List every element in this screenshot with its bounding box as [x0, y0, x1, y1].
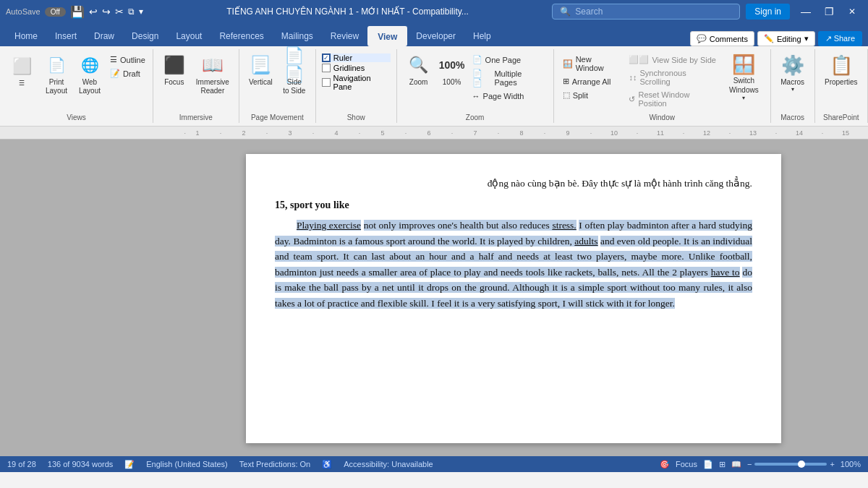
show-checkboxes: ✓ Ruler Gridlines Navigation Pane [322, 51, 391, 94]
accessibility[interactable]: Accessibility: Unavailable [344, 460, 433, 468]
search-box[interactable]: 🔍 Search [552, 4, 740, 20]
signin-button[interactable]: Sign in [746, 4, 790, 20]
focus-label[interactable]: Focus [676, 460, 697, 468]
tab-insert[interactable]: Insert [46, 26, 85, 46]
window-col1: 🪟 New Window ⊞ Arrange All ⬚ Split [560, 51, 624, 104]
multiple-pages-btn[interactable]: 📄📄 Multiple Pages [469, 67, 548, 89]
zoom-btn[interactable]: 🔍 Zoom [403, 51, 435, 89]
window-controls: — ❐ ✕ [796, 4, 862, 19]
customize-icon[interactable]: ▾ [139, 7, 143, 17]
chevron-down-macros: ▾ [791, 86, 794, 93]
redo-icon[interactable]: ↪ [102, 6, 111, 17]
zoom-bar [754, 463, 827, 466]
ribbon-group-immersive: ⬛ Focus 📖 Immersive Reader Immersive [153, 49, 239, 123]
view-mode-icon[interactable]: 📄 [703, 460, 713, 469]
minimize-button[interactable]: — [796, 4, 816, 19]
tab-developer[interactable]: Developer [407, 26, 464, 46]
switch-windows-btn[interactable]: 🪟 Switch Windows ▾ [723, 51, 765, 104]
zoom-minus[interactable]: − [747, 460, 752, 468]
tab-design[interactable]: Design [123, 26, 167, 46]
switch-windows-icon: 🪟 [732, 53, 755, 76]
split-btn[interactable]: ⬚ Split [560, 89, 624, 101]
autosave-label: AutoSave [6, 7, 41, 16]
zoom-100-icon: 100% [441, 53, 464, 77]
arrange-all-icon: ⊞ [563, 77, 569, 86]
autosave-toggle[interactable]: Off [45, 7, 66, 17]
draft-btn[interactable]: 📝 Draft [107, 67, 148, 80]
tab-mailings[interactable]: Mailings [273, 26, 322, 46]
tab-help[interactable]: Help [464, 26, 500, 46]
layout-icon[interactable]: ⊞ [719, 460, 726, 469]
tab-draw[interactable]: Draw [85, 26, 123, 46]
focus-btn[interactable]: ⬛ Focus [158, 51, 190, 89]
macros-btn[interactable]: ⚙️ Macros ▾ [776, 51, 809, 95]
zoom-percent[interactable]: 100% [841, 460, 861, 468]
outline-btn[interactable]: ☰ Outline [107, 53, 148, 66]
synchronous-scrolling-btn[interactable]: ↕↕ Synchronous Scrolling [626, 67, 720, 87]
web-layout-btn[interactable]: 🌐 Web Layout [74, 51, 106, 98]
zoom-plus[interactable]: + [830, 460, 834, 468]
share-icon: ↗ [825, 34, 832, 43]
focus-icon[interactable]: 🎯 [660, 460, 670, 469]
page-count: 19 of 28 [7, 460, 36, 468]
status-bar: 19 of 28 136 of 9034 words 📝 English (Un… [0, 456, 868, 472]
immersive-reader-btn[interactable]: 📖 Immersive Reader [192, 51, 234, 98]
arrange-all-btn[interactable]: ⊞ Arrange All [560, 75, 624, 87]
language[interactable]: English (United States) [146, 460, 228, 468]
undo-icon[interactable]: ↩ [89, 6, 98, 17]
tab-review[interactable]: Review [322, 26, 367, 46]
new-window-btn[interactable]: 🪟 New Window [560, 53, 624, 74]
cut-icon[interactable]: ✂ [115, 6, 124, 17]
print-layout-btn[interactable]: 📄 Print Layout [41, 51, 72, 98]
side-to-side-btn[interactable]: 📄📄 Side to Side [278, 51, 310, 98]
gridlines-checkbox[interactable]: Gridlines [322, 64, 391, 72]
restore-button[interactable]: ❐ [819, 4, 839, 19]
tab-layout[interactable]: Layout [167, 26, 210, 46]
spelling-icon[interactable]: 📝 [124, 460, 135, 469]
doc-intro-line: động nào cùng bạn bè. Đây thực sự là một… [275, 176, 752, 192]
show-label: Show [347, 112, 365, 121]
outline-icon: ☰ [110, 55, 117, 64]
editing-button[interactable]: ✏️ Editing ▾ [757, 31, 815, 46]
save-icon[interactable]: 💾 [70, 5, 85, 19]
vertical-btn[interactable]: 📃 Vertical [244, 51, 277, 89]
focus-icon: ⬛ [163, 53, 186, 77]
text-predictions[interactable]: Text Predictions: On [239, 460, 310, 468]
read-icon[interactable]: 📖 [731, 460, 741, 469]
chevron-down-icon: ▾ [804, 34, 809, 43]
hide-panel-btn[interactable]: ⬜ ☰ [6, 52, 38, 90]
ribbon-group-views: ⬜ ☰ 📄 Print Layout 🌐 Web Layout ☰ Outlin… [0, 49, 153, 123]
views-items: ⬜ ☰ 📄 Print Layout 🌐 Web Layout ☰ Outlin… [4, 51, 148, 112]
hidden-left-panel: ⬜ ☰ [4, 51, 39, 91]
macros-label: Macros [780, 112, 804, 121]
reset-window-position-btn[interactable]: ↺ Reset Window Position [626, 89, 720, 109]
word-count: 136 of 9034 words [48, 460, 114, 468]
ribbon-group-show: ✓ Ruler Gridlines Navigation Pane Show [316, 49, 397, 123]
view-side-by-side-icon: ⬜⬜ [629, 55, 649, 64]
window-label: Window [649, 112, 675, 121]
immersive-label: Immersive [179, 112, 213, 121]
ruler-checkbox[interactable]: ✓ Ruler [322, 53, 391, 62]
ribbon-group-window: 🪟 New Window ⊞ Arrange All ⬚ Split ⬜⬜ Vi… [554, 49, 771, 123]
document-page[interactable]: động nào cùng bạn bè. Đây thực sự là một… [246, 154, 781, 443]
comments-button[interactable]: 💬 Comments [690, 31, 754, 46]
macros-items: ⚙️ Macros ▾ [776, 51, 809, 112]
zoom-slider[interactable]: − + [747, 460, 835, 468]
copy-icon[interactable]: ⧉ [128, 7, 135, 17]
tab-references[interactable]: References [210, 26, 272, 46]
para-text-1: not only improves one's health but also … [364, 220, 553, 231]
nav-pane-checkbox[interactable]: Navigation Pane [322, 74, 391, 91]
have-to-span: have to [711, 267, 740, 278]
properties-btn[interactable]: 📋 Properties [820, 51, 862, 89]
one-page-btn[interactable]: 📄 One Page [469, 53, 548, 66]
accessibility-icon[interactable]: ♿ [322, 460, 332, 469]
tab-view[interactable]: View [367, 26, 407, 46]
zoom-100-btn[interactable]: 100% 100% [436, 51, 468, 89]
tab-home[interactable]: Home [6, 26, 46, 46]
view-side-by-side-btn[interactable]: ⬜⬜ View Side by Side [626, 53, 720, 66]
page-width-btn[interactable]: ↔ Page Width [469, 90, 548, 102]
zoom-thumb [798, 461, 805, 468]
share-button[interactable]: ↗ Share [818, 31, 862, 46]
close-button[interactable]: ✕ [842, 4, 862, 19]
print-layout-icon: 📄 [45, 53, 68, 77]
